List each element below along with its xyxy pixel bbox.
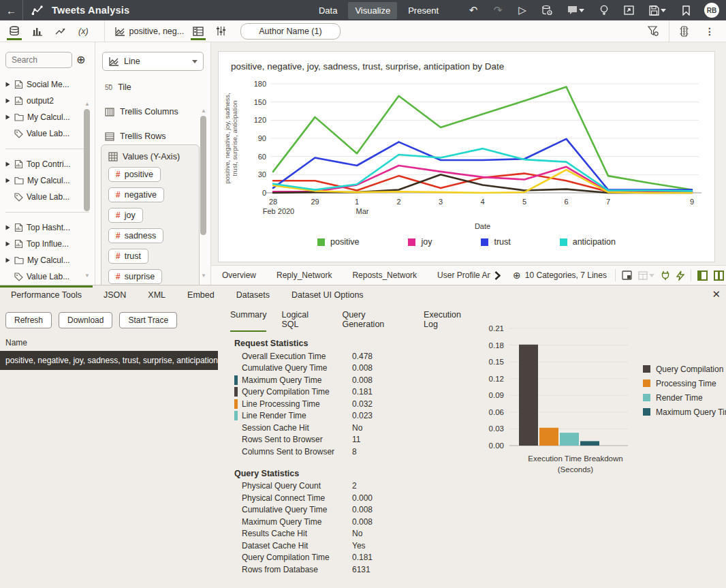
scroll-down-icon[interactable]: ▼ [84, 273, 90, 279]
value-pill-positive[interactable]: #positive [108, 167, 161, 182]
grammar-row-trellis-columns[interactable]: Trellis Columns [105, 104, 210, 120]
user-avatar[interactable]: RB [704, 3, 719, 18]
sidebar-scrollbar[interactable] [84, 109, 90, 211]
add-dataset-icon[interactable]: ⊕ [76, 55, 85, 65]
values-dropzone[interactable]: Values (Y-Axis) #positive#negative#joy#s… [101, 144, 200, 289]
svg-text:positive, negative, joy, sadne: positive, negative, joy, sadness, [223, 93, 231, 183]
start-trace-button[interactable]: Start Trace [119, 312, 177, 328]
canvas-tab-reposts-network[interactable]: Reposts_Network [352, 270, 417, 280]
status-plus-icon[interactable]: ⊕ [513, 270, 521, 281]
subtab-summary[interactable]: Summary [230, 310, 266, 332]
value-pill-sadness[interactable]: #sadness [108, 228, 163, 243]
properties-panel-toggle[interactable] [210, 20, 232, 42]
filter-icon[interactable] [642, 26, 665, 36]
auto-apply-icon[interactable] [676, 270, 684, 281]
expand-caret-icon[interactable] [5, 114, 11, 120]
canvas-add-chevron[interactable] [494, 271, 501, 280]
run-icon[interactable]: ▷ [514, 1, 531, 19]
tag-icon [14, 129, 23, 138]
line-viz-icon [112, 20, 128, 42]
sidebar-item-my-calcul-[interactable]: My Calcul... [0, 109, 95, 125]
present-window-icon[interactable] [620, 1, 637, 19]
grammar-scrollbar[interactable] [200, 116, 206, 235]
mode-tab-data[interactable]: Data [312, 2, 344, 19]
mode-tab-visualize[interactable]: Visualize [348, 2, 397, 19]
close-icon[interactable]: ✕ [712, 288, 721, 300]
legend-item-anticipation[interactable]: anticipation [560, 237, 616, 247]
selected-query-row[interactable]: positive, negative, joy, sadness, trust,… [0, 351, 218, 370]
panel-tab-embed[interactable]: Embed [176, 285, 225, 305]
legend-item-trust[interactable]: trust [481, 237, 510, 247]
refresh-button[interactable]: Refresh [5, 312, 52, 328]
kebab-menu-icon[interactable]: ⋮ [699, 26, 721, 37]
scroll-up-icon[interactable]: ▲ [84, 101, 90, 107]
sidebar-item-my-calcul-[interactable]: My Calcul... [0, 252, 95, 268]
scroll-up-icon[interactable]: ▲ [201, 108, 206, 114]
filter-pill[interactable]: Author Name (1) [240, 23, 340, 40]
expand-caret-icon[interactable] [5, 225, 11, 230]
undo-icon[interactable]: ↶ [464, 1, 482, 19]
layout-left-toggle[interactable] [697, 270, 708, 281]
comments-icon[interactable] [563, 1, 588, 19]
sidebar-item-value-lab-[interactable]: Value Lab... [0, 268, 95, 285]
layout-middle-toggle[interactable] [714, 270, 724, 281]
expand-caret-icon[interactable] [5, 241, 11, 247]
viz-type-select[interactable]: Line [102, 52, 204, 71]
stat-row: Line Processing Time0.032 [234, 398, 477, 410]
sidebar-item-output2[interactable]: output2 [0, 93, 95, 109]
panel-tab-datasets[interactable]: Datasets [225, 285, 281, 305]
grammar-row-tile[interactable]: 5̃0 Tile [105, 79, 210, 95]
sidebar-item-top-contri-[interactable]: Top Contri... [0, 156, 95, 172]
canvas-tab-user-profile-an[interactable]: User Profile An [437, 270, 490, 280]
active-viz-tab[interactable]: positive, neg... [129, 27, 185, 36]
download-button[interactable]: Download [59, 312, 112, 328]
grammar-row-trellis-rows[interactable]: Trellis Rows [105, 128, 210, 144]
redo-icon[interactable]: ↷ [489, 1, 507, 19]
legend-item-joy[interactable]: joy [408, 237, 432, 247]
analytics-panel-tab[interactable] [49, 20, 72, 42]
value-pill-surprise[interactable]: #surprise [108, 269, 162, 284]
save-icon[interactable] [644, 1, 670, 19]
subtab-logical-sql[interactable]: Logical SQL [281, 310, 327, 332]
parameters-panel-tab[interactable]: (x) [72, 20, 95, 42]
line-chart-card[interactable]: positive, negative, joy, sadness, trust,… [218, 51, 715, 262]
value-pill-trust[interactable]: #trust [108, 249, 148, 264]
visualizations-panel-tab[interactable] [26, 20, 49, 42]
panel-tab-performance-tools[interactable]: Performance Tools [0, 285, 93, 305]
subtab-execution-log[interactable]: Execution Log [424, 310, 477, 332]
expand-caret-icon[interactable] [5, 82, 11, 87]
sidebar-item-my-calcul-[interactable]: My Calcul... [0, 172, 95, 189]
back-button[interactable]: ← [0, 0, 23, 20]
expand-caret-icon[interactable] [5, 98, 11, 104]
scroll-down-icon[interactable]: ▼ [201, 273, 206, 279]
expand-caret-icon[interactable] [5, 161, 11, 167]
panel-tab-dataset-ui-options[interactable]: Dataset UI Options [281, 285, 375, 305]
value-pill-joy[interactable]: #joy [108, 208, 143, 223]
insights-icon[interactable] [595, 1, 613, 19]
refresh-data-icon[interactable] [538, 1, 556, 19]
canvas-tab-overview[interactable]: Overview [222, 270, 256, 280]
sidebar-item-top-hasht-[interactable]: Top Hasht... [0, 219, 95, 236]
canvas-card-icon[interactable] [622, 270, 632, 280]
panel-tab-xml[interactable]: XML [137, 285, 176, 305]
expand-caret-icon[interactable] [5, 258, 11, 263]
mode-tab-present[interactable]: Present [401, 2, 445, 19]
bookmark-icon[interactable] [677, 1, 695, 19]
expand-caret-icon[interactable] [5, 178, 11, 183]
legend-item-positive[interactable]: positive [317, 237, 359, 247]
sidebar-item-top-influe-[interactable]: Top Influe... [0, 236, 95, 252]
search-input[interactable] [5, 52, 72, 68]
perf-legend-item: Processing Time [643, 379, 726, 388]
canvas-tab-reply-network[interactable]: Reply_Network [277, 270, 332, 280]
grammar-panel-toggle[interactable] [187, 20, 210, 42]
sidebar-item-value-lab-[interactable]: Value Lab... [0, 189, 95, 205]
canvas-settings-icon[interactable] [674, 26, 695, 37]
plug-icon[interactable] [661, 270, 670, 281]
data-panel-tab[interactable] [3, 20, 26, 42]
sidebar-item-value-lab-[interactable]: Value Lab... [0, 125, 95, 142]
stat-chip-spacer [234, 553, 238, 562]
panel-tab-json[interactable]: JSON [93, 285, 137, 305]
sidebar-item-social-me-[interactable]: Social Me... [0, 76, 95, 93]
value-pill-negative[interactable]: #negative [108, 187, 164, 202]
subtab-query-generation[interactable]: Query Generation [342, 310, 409, 332]
